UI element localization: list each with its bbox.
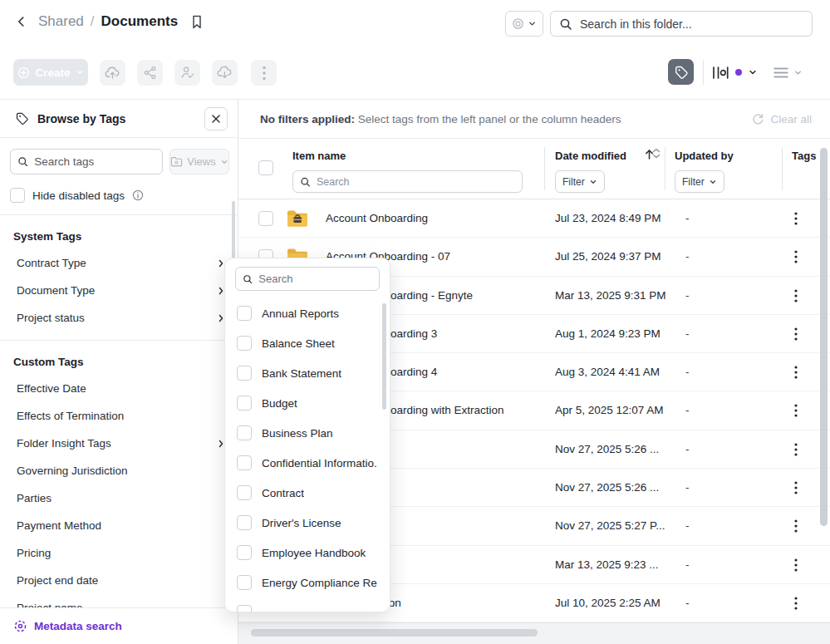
row-actions-button[interactable] [787,594,805,612]
column-date-modified[interactable]: Date modified [555,150,626,162]
breadcrumb-separator: / [91,13,95,30]
tag-option-checkbox[interactable] [237,396,252,410]
tag-option-checkbox[interactable] [237,366,252,381]
tag-search-input[interactable] [34,155,155,168]
back-button[interactable] [12,12,32,32]
select-all-checkbox[interactable] [258,160,273,175]
sidebar-section: Custom TagsEffective DateEffects of Term… [0,340,238,630]
tag-option-checkbox[interactable] [237,485,252,500]
tag-option-checkbox[interactable] [237,306,252,321]
tag-item-label: Folder Insight Tags [17,437,216,450]
create-button[interactable]: Create [13,59,88,86]
row-actions-button[interactable] [787,287,805,305]
tag-option[interactable]: Employee Handbook [225,538,390,568]
table-row[interactable]: Account OnboardingJul 23, 2024 8:49 PM- [238,199,830,238]
horizontal-scrollbar[interactable] [251,629,538,637]
row-actions-button[interactable] [787,479,805,497]
tag-option[interactable]: Confidential Informatio... [225,448,390,478]
sidebar-tag-item[interactable]: Folder Insight Tags [0,430,238,457]
close-panel-button[interactable] [204,107,228,130]
popup-search-input[interactable] [258,273,372,285]
row-checkbox[interactable] [258,211,273,226]
sidebar-tag-item[interactable]: Effects of Termination [0,402,238,430]
tag-option[interactable]: Business Plan [225,418,390,448]
sidebar-section-title: System Tags [0,227,238,249]
row-actions-button[interactable] [787,401,805,420]
header: Shared / Documents [0,0,830,47]
sidebar-tag-item[interactable]: Project status [0,304,238,332]
row-actions-button[interactable] [787,248,805,266]
tag-option-checkbox[interactable] [237,575,252,590]
tag-option[interactable]: Balance Sheet [225,328,390,358]
share-button[interactable] [137,60,163,86]
tag-item-label: Effects of Termination [17,410,226,422]
more-actions-button[interactable] [251,60,277,86]
tag-option-checkbox[interactable] [237,425,252,440]
item-name[interactable]: Account Onboarding [326,212,428,224]
metadata-gear-icon [13,619,27,633]
chevron-down-icon [709,178,717,186]
views-button[interactable]: Views [169,149,229,175]
row-actions-button[interactable] [787,440,805,459]
sort-toggle-icon[interactable] [652,148,661,159]
hide-disabled-tags-checkbox[interactable] [10,188,25,203]
column-updated-by[interactable]: Updated by [675,150,734,162]
folder-search [550,11,813,37]
tag-item-label: Payment Method [17,519,226,532]
row-actions-button[interactable] [787,325,805,343]
tag-option-partial[interactable] [225,597,390,612]
sidebar-tag-item[interactable]: Contract Type [0,249,238,277]
sidebar-tag-item[interactable]: Project end date [0,567,238,594]
sidebar-tag-item[interactable]: Payment Method [0,512,238,539]
tag-option-checkbox[interactable] [237,455,252,470]
download-button[interactable] [212,60,238,86]
sidebar-footer: Metadata search [0,607,238,644]
sidebar-tag-item[interactable]: Document Type [0,277,238,304]
search-scope-selector[interactable] [505,11,543,37]
sidebar-tag-item[interactable]: Pricing [0,539,238,567]
tag-option-checkbox[interactable] [237,336,252,351]
tag-option-label: Energy Compliance Re... [262,577,378,589]
sidebar-tag-item[interactable]: Governing Jurisdiction [0,457,238,484]
sidebar-tag-item[interactable]: Parties [0,484,238,512]
sidebar-title: Browse by Tags [37,112,196,125]
app-window: Shared / Documents Create [0,0,830,644]
row-actions-button[interactable] [787,209,805,228]
upload-button[interactable] [100,60,125,86]
browse-by-tags-toggle[interactable] [668,59,694,85]
sidebar-scrollbar[interactable] [232,201,235,266]
clear-all-button[interactable]: Clear all [751,112,812,125]
row-actions-button[interactable] [787,517,805,535]
tag-option-checkbox[interactable] [237,605,252,612]
column-item-name[interactable]: Item name [292,150,346,162]
tag-option[interactable]: Annual Reports [225,298,390,328]
tag-option-checkbox[interactable] [237,515,252,530]
bookmark-button[interactable] [189,14,204,30]
tag-option[interactable]: Energy Compliance Re... [225,568,390,597]
popup-scrollbar[interactable] [382,303,386,410]
folder-search-input[interactable] [580,17,803,31]
tag-item-label: Contract Type [17,257,216,269]
manage-access-button[interactable] [174,60,200,86]
item-name-filter-input[interactable] [317,176,515,188]
plus-circle-icon [17,66,30,79]
sidebar-tag-item[interactable]: Effective Date [0,375,238,402]
tag-option[interactable]: Contract [225,478,390,508]
breadcrumb-parent[interactable]: Shared [38,13,84,30]
metadata-search-link[interactable]: Metadata search [13,619,122,633]
tag-option[interactable]: Budget [225,388,390,418]
row-actions-button[interactable] [787,556,805,574]
tag-option[interactable]: Driver's License [225,508,390,538]
column-tags[interactable]: Tags [792,150,816,162]
date-filter-button[interactable]: Filter [555,170,605,193]
tag-option[interactable]: Bank Statement [225,358,390,388]
row-actions-button[interactable] [787,363,805,381]
search-icon [300,176,311,188]
vertical-scrollbar[interactable] [820,148,828,526]
updated-by-filter-button[interactable]: Filter [675,170,724,193]
filters-menu-button[interactable] [711,60,758,85]
view-mode-button[interactable] [773,60,803,85]
tag-option-checkbox[interactable] [237,545,252,560]
kebab-icon [794,481,798,494]
kebab-icon [794,366,798,379]
